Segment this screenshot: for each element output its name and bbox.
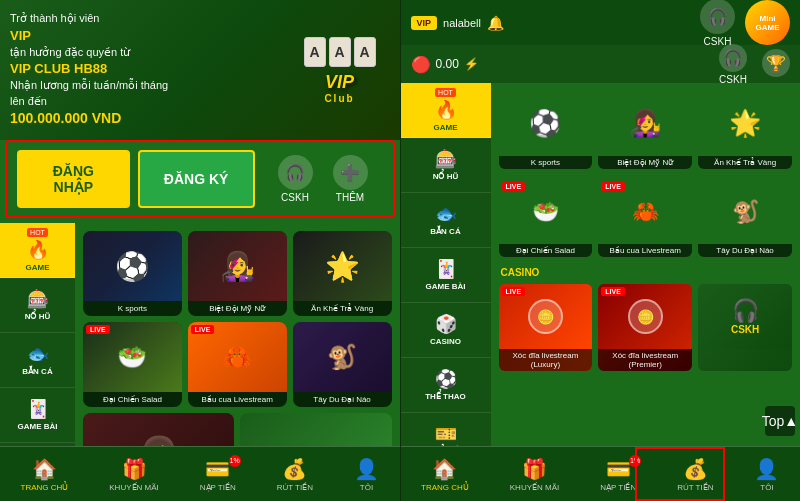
them-label-left: THÊM bbox=[336, 192, 364, 203]
right-game-thumb-an-khe: 🌟 bbox=[698, 91, 792, 156]
banner-line1: Trở thành hội viên bbox=[10, 11, 390, 26]
bottom-nav-toi-left[interactable]: 👤 TÔI bbox=[354, 457, 379, 492]
bottom-nav-nap-tien-left[interactable]: 💳 1% NẠP TIỀN bbox=[200, 457, 236, 492]
top-label: Top bbox=[762, 413, 785, 429]
right-game-thumb-tay-du: 🐒 bbox=[698, 179, 792, 244]
live-badge-bau-cua-right: LIVE bbox=[601, 182, 625, 191]
right-sidebar-the-thao[interactable]: ⚽ THỂ THAO bbox=[401, 358, 491, 413]
bell-icon-right[interactable]: 🔔 bbox=[487, 15, 504, 31]
sidebar-item-ban-ca[interactable]: 🐟 BẮN CÁ bbox=[0, 333, 75, 388]
user-icon-left: 👤 bbox=[354, 457, 379, 481]
trophy-right[interactable]: 🏆 bbox=[762, 49, 790, 79]
right-bottom-nav: 🏠 TRANG CHỦ 🎁 KHUYẾN MÃI 💳 1% NẠP TIỀN 💰… bbox=[401, 446, 801, 501]
balance-amount: 0.00 bbox=[436, 57, 459, 71]
dice-icon-right: 🎲 bbox=[435, 313, 457, 335]
login-button[interactable]: ĐĂNG NHẬP bbox=[17, 150, 130, 208]
casino-section-title: CASINO bbox=[499, 267, 793, 278]
cskh-right-small[interactable]: 🎧 CSKH bbox=[719, 44, 747, 85]
coin-icon-right: 🔴 bbox=[411, 55, 431, 74]
game-card-cskh-left[interactable]: CSKH bbox=[240, 413, 391, 446]
game-thumb-tay-du: 🐒 bbox=[293, 322, 392, 392]
top-arrow-button[interactable]: Top ▲ bbox=[765, 406, 795, 436]
right-game-card-xoc-dia-luxury[interactable]: LIVE 🪙 Xóc đĩa livestream (Luxury) bbox=[499, 284, 593, 371]
home-icon-right: 🏠 bbox=[432, 457, 457, 481]
nap-tien-badge-left: 1% bbox=[229, 455, 241, 467]
hot-game-label-right: GAME bbox=[434, 123, 458, 133]
bottom-nav-rut-tien-right[interactable]: 💰 RÚT TIỀN bbox=[677, 457, 713, 492]
right-header-left: VIP nalabell 🔔 bbox=[411, 15, 504, 31]
game-card-bau-cua[interactable]: LIVE 🦀 Bầu cua Livestream bbox=[188, 322, 287, 407]
game-name-tay-du: Tây Du Đại Náo bbox=[293, 392, 392, 407]
nap-tien-badge-right: 1% bbox=[629, 455, 641, 467]
cskh-label-left: CSKH bbox=[281, 192, 309, 203]
right-sidebar-game-bai[interactable]: 🃏 GAME BÀI bbox=[401, 248, 491, 303]
bottom-nav-nap-tien-right[interactable]: 💳 1% NẠP TIỀN bbox=[600, 457, 636, 492]
right-game-name-tay-du: Tây Du Đại Náo bbox=[698, 244, 792, 257]
right-game-thumb-ksports: ⚽ bbox=[499, 91, 593, 156]
username-right: nalabell bbox=[443, 17, 481, 29]
sidebar-item-no-hu[interactable]: 🎰 NỔ HŨ bbox=[0, 278, 75, 333]
bottom-nav-trang-chu-right[interactable]: 🏠 TRANG CHỦ bbox=[421, 457, 469, 492]
banner-vip: VIP bbox=[10, 27, 390, 45]
game-name-ksports: K sports bbox=[83, 301, 182, 316]
bottom-nav-toi-right[interactable]: 👤 TÔI bbox=[754, 457, 779, 492]
right-game-name-bau-cua: Bầu cua Livestream bbox=[598, 244, 692, 257]
balance-display: 🔴 0.00 ⚡ bbox=[411, 55, 479, 74]
sidebar-left: HOT 🔥 GAME 🎰 NỔ HŨ 🐟 BẮN CÁ 🃏 GAME BÀI 🎲… bbox=[0, 223, 75, 446]
bottom-nav-rut-tien-left[interactable]: 💰 RÚT TIỀN bbox=[277, 457, 313, 492]
ticket-icon-right: 🎫 bbox=[435, 423, 457, 445]
user-icon-right: 👤 bbox=[754, 457, 779, 481]
sidebar-item-game-bai[interactable]: 🃏 GAME BÀI bbox=[0, 388, 75, 443]
trang-chu-label-right: TRANG CHỦ bbox=[421, 483, 469, 492]
nap-tien-label-right: NẠP TIỀN bbox=[600, 483, 636, 492]
right-sidebar-ban-ca[interactable]: 🐟 BẮN CÁ bbox=[401, 193, 491, 248]
them-icon-left[interactable]: ➕ THÊM bbox=[333, 155, 368, 203]
xoc-dia-luxury-visual: 🪙 bbox=[528, 299, 563, 334]
hot-badge: HOT bbox=[27, 228, 48, 237]
right-game-card-ksports[interactable]: ⚽ K sports bbox=[499, 91, 593, 169]
an-khe-visual: 🌟 bbox=[293, 231, 392, 301]
right-sidebar-casino[interactable]: 🎲 CASINO bbox=[401, 303, 491, 358]
right-game-card-tay-du[interactable]: 🐒 Tây Du Đại Náo bbox=[698, 179, 792, 257]
mini-game-label: MiniGAME bbox=[756, 14, 780, 32]
cskh-icon-right[interactable]: 🎧 CSKH bbox=[700, 0, 735, 47]
tay-du-visual-right: 🐒 bbox=[698, 179, 792, 244]
game-card-dai-chien[interactable]: LIVE 🥗 Đại Chiến Salad bbox=[83, 322, 182, 407]
khuyen-mai-label-left: KHUYẾN MÃI bbox=[109, 483, 158, 492]
right-game-card-dai-chien[interactable]: LIVE 🥗 Đại Chiến Salad bbox=[499, 179, 593, 257]
cskh-icon-left[interactable]: 🎧 CSKH bbox=[278, 155, 313, 203]
banner-amount: 100.000.000 VND bbox=[10, 109, 390, 129]
right-game-card-an-khe[interactable]: 🌟 Ăn Khế Trả Vàng bbox=[698, 91, 792, 169]
game-card-casino-girl[interactable]: 👩 bbox=[83, 413, 234, 446]
game-card-ksports[interactable]: ⚽ K sports bbox=[83, 231, 182, 316]
card-icon-bottom-right: 💳 bbox=[606, 457, 631, 481]
trang-chu-label-left: TRANG CHỦ bbox=[21, 483, 69, 492]
bottom-nav-khuyen-mai-right[interactable]: 🎁 KHUYẾN MÃI bbox=[510, 457, 559, 492]
game-card-biet-doi[interactable]: 👩‍🎤 Biệt Đội Mỹ Nữ bbox=[188, 231, 287, 316]
right-game-thumb-biet-doi: 👩‍🎤 bbox=[598, 91, 692, 156]
fire-icon-right: 🔥 bbox=[435, 99, 457, 121]
register-button[interactable]: ĐĂNG KÝ bbox=[138, 150, 255, 208]
game-card-tay-du[interactable]: 🐒 Tây Du Đại Náo bbox=[293, 322, 392, 407]
right-header-right: 🎧 CSKH MiniGAME bbox=[700, 0, 790, 47]
ksports-visual-right: ⚽ bbox=[499, 91, 593, 156]
right-game-card-biet-doi[interactable]: 👩‍🎤 Biệt Đội Mỹ Nữ bbox=[598, 91, 692, 169]
right-sidebar-hot-game[interactable]: HOT 🔥 GAME bbox=[401, 83, 491, 138]
right-game-card-bau-cua[interactable]: LIVE 🦀 Bầu cua Livestream bbox=[598, 179, 692, 257]
game-card-an-khe[interactable]: 🌟 Ăn Khế Trả Vàng bbox=[293, 231, 392, 316]
mini-game-badge[interactable]: MiniGAME bbox=[745, 0, 790, 45]
bottom-nav-khuyen-mai-left[interactable]: 🎁 KHUYẾN MÃI bbox=[109, 457, 158, 492]
right-sidebar-no-hu[interactable]: 🎰 NỔ HŨ bbox=[401, 138, 491, 193]
right-sidebar-xo-so[interactable]: 🎫 XỔ SỐ bbox=[401, 413, 491, 446]
card-icon-bottom-left: 💳 bbox=[205, 457, 230, 481]
khuyen-mai-label-right: KHUYẾN MÃI bbox=[510, 483, 559, 492]
right-game-card-xoc-dia-premier[interactable]: LIVE 🪙 Xóc đĩa livestream (Premier) bbox=[598, 284, 692, 371]
bottom-nav-trang-chu-left[interactable]: 🏠 TRANG CHỦ bbox=[21, 457, 69, 492]
gift-icon-right: 🎁 bbox=[522, 457, 547, 481]
an-khe-visual-right: 🌟 bbox=[698, 91, 792, 156]
right-game-card-cskh[interactable]: 🎧 CSKH bbox=[698, 284, 792, 371]
sidebar-item-hot-game[interactable]: HOT 🔥 GAME bbox=[0, 223, 75, 278]
game-thumb-dai-chien: LIVE 🥗 bbox=[83, 322, 182, 392]
fish-icon-left: 🐟 bbox=[27, 343, 49, 365]
sidebar-label-hot: GAME bbox=[26, 263, 50, 273]
